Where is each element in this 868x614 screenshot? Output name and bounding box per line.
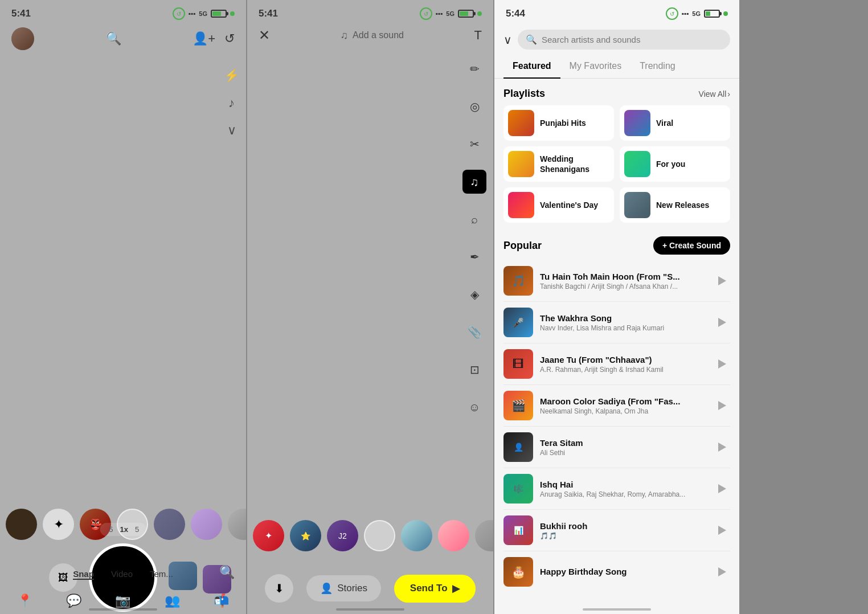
play-button[interactable] [714,522,730,538]
chevron-right-icon: › [727,89,730,99]
tab-trending[interactable]: Trending [630,54,685,78]
playlist-item[interactable]: For you [620,146,730,182]
snapchat-status-icon-3: ↺ [666,7,678,20]
download-button[interactable]: ⬇ [265,574,293,603]
playlist-name: Viral [656,118,673,128]
mode-templates[interactable]: Tem... [150,569,173,580]
playlist-item[interactable]: Punjabi Hits [503,105,614,141]
playlist-item[interactable]: Valentine's Day [503,187,614,223]
lens-item-editor[interactable] [364,520,395,551]
lens-item-editor[interactable]: ⭐ [290,520,321,551]
play-button[interactable] [714,439,730,455]
add-sound-button[interactable]: ♫ Add a sound [341,30,404,42]
track-item[interactable]: 🎵 Tu Hain Toh Main Hoon (From "S... Tani… [503,260,730,302]
tab-featured[interactable]: Featured [503,54,560,78]
send-arrow-icon: ▶ [452,583,460,595]
avatar[interactable] [11,27,34,50]
mode-row: Snap Video Tem... [0,569,246,580]
lens-item-editor[interactable]: J2 [327,520,358,551]
playlist-item[interactable]: Viral [620,105,730,141]
speed-option-slow[interactable]: .5 [107,525,113,534]
speed-option-fast[interactable]: 5 [135,525,139,534]
track-title: Maroon Color Sadiya (From "Fas... [540,396,707,406]
search-loop-tool[interactable]: ⌕ [462,207,486,231]
camera-sidebar: ⚡ ♪ ∨ [224,68,239,138]
lens-search-icon[interactable]: 🔍 [219,565,235,580]
chat-nav-icon[interactable]: 💬 [66,593,81,608]
tab-my-favorites[interactable]: My Favorites [560,54,631,78]
music-tool-icon: ♫ [470,175,479,189]
track-title: Happy Birthday Song [540,567,707,576]
track-title: Tu Hain Toh Main Hoon (From "S... [540,272,707,281]
mode-snap[interactable]: Snap [73,569,94,580]
playlist-name: Valentine's Day [540,200,598,210]
search-bar[interactable]: 🔍 [518,30,730,50]
friends-nav-icon[interactable]: 👥 [165,593,180,608]
music-icon[interactable]: ♪ [228,96,235,110]
lens-item-editor[interactable] [475,520,493,551]
text-tool-icon[interactable]: T [474,28,482,43]
close-button[interactable]: ✕ [259,27,270,43]
track-item[interactable]: 👤 Tera Sitam Ali Sethi [503,427,730,468]
playlist-item[interactable]: Wedding Shenanigans [503,146,614,182]
track-info: Maroon Color Sadiya (From "Fas... Neelka… [540,396,707,415]
chevron-down-button[interactable]: ∨ [503,33,512,47]
playlist-thumb-foryou [624,151,650,177]
stories-button[interactable]: 👤 Stories [306,575,381,601]
add-friend-icon[interactable]: 👤+ [193,31,215,46]
play-button[interactable] [714,273,730,289]
send-label: Send To [410,583,448,594]
lens-item-editor[interactable] [438,520,469,551]
paperclip-tool[interactable]: 📎 [462,320,486,344]
rotate-camera-icon[interactable]: ↺ [224,31,235,46]
music-tool[interactable]: ♫ [462,170,486,194]
edit-tool[interactable]: ✒ [462,245,486,269]
play-button[interactable] [714,481,730,497]
face-tool[interactable]: ☺ [462,395,486,419]
stories-nav-icon[interactable]: 📬 [214,593,229,608]
create-sound-button[interactable]: + Create Sound [653,236,730,255]
speed-selector: .5 1x 5 [100,523,146,536]
lightning-icon[interactable]: ⚡ [224,68,239,83]
status-time-3: 5:44 [506,8,525,19]
play-button[interactable] [714,564,730,580]
play-button[interactable] [714,314,730,330]
play-button[interactable] [714,356,730,372]
view-all-playlists[interactable]: View All › [699,89,730,99]
camera-top-bar: 🔍 👤+ ↺ [0,25,246,52]
playlist-thumb-valentine [508,192,534,218]
sound-tabs: Featured My Favorites Trending [494,54,739,79]
pencil-tool[interactable]: ✏ [462,57,486,81]
track-thumb: 🎤 [503,308,533,337]
track-item[interactable]: 🎬 Maroon Color Sadiya (From "Fas... Neel… [503,385,730,427]
track-item[interactable]: 🎞 Jaane Tu (From "Chhaava") A.R. Rahman,… [503,343,730,385]
send-to-button[interactable]: Send To ▶ [394,575,476,603]
sticker-tool[interactable]: ◎ [462,95,486,118]
search-icon-3: 🔍 [526,34,537,45]
battery-icon-1 [211,10,227,18]
mode-video[interactable]: Video [111,569,133,580]
play-button[interactable] [714,398,730,414]
lens-item-editor[interactable]: ✦ [253,520,284,551]
search-icon[interactable]: 🔍 [106,31,121,46]
chevron-down-icon[interactable]: ∨ [227,123,236,138]
home-indicator-1 [89,608,157,611]
scissors-tool[interactable]: ✂ [462,132,486,156]
tag-tool[interactable]: ◈ [462,283,486,306]
bottom-nav-1: 📍 💬 📷 👥 📬 [0,593,246,608]
playlist-item[interactable]: New Releases [620,187,730,223]
track-item[interactable]: 🎼 Ishq Hai Anurag Saikia, Raj Shekhar, R… [503,468,730,510]
track-item[interactable]: 📊 Bukhii rooh 🎵🎵 [503,510,730,551]
status-time-2: 5:41 [259,8,278,19]
camera-nav-icon[interactable]: 📷 [115,593,130,608]
track-title: Tera Sitam [540,438,707,448]
crop-tool[interactable]: ⊡ [462,358,486,382]
track-info: Tu Hain Toh Main Hoon (From "S... Tanish… [540,272,707,290]
search-input[interactable] [542,35,722,44]
avatar-image [11,27,34,50]
lens-item-editor[interactable] [401,520,432,551]
track-item[interactable]: 🎤 The Wakhra Song Navv Inder, Lisa Mishr… [503,302,730,343]
speed-option-normal[interactable]: 1x [120,525,128,534]
maps-nav-icon[interactable]: 📍 [17,593,32,608]
track-item[interactable]: 🎂 Happy Birthday Song [503,551,730,590]
